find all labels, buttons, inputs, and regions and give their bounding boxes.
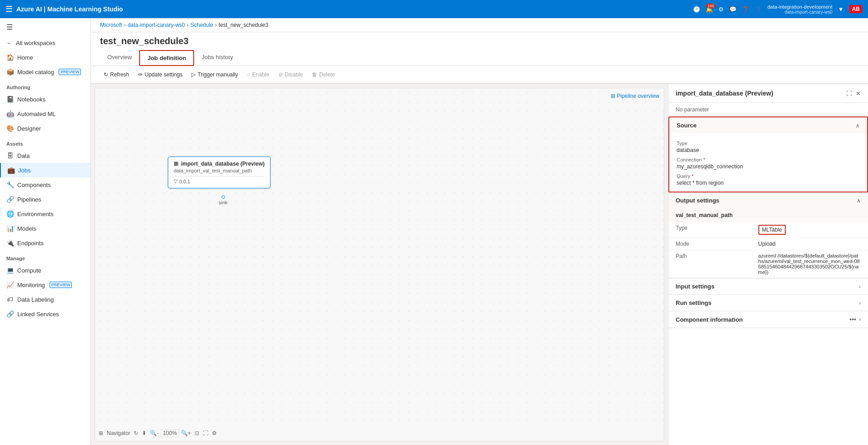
model-catalog-icon: 📦 [6, 68, 14, 76]
update-settings-button[interactable]: ✏ Update settings [135, 70, 186, 80]
sidebar-item-compute[interactable]: 💻 Compute [0, 263, 90, 278]
play-icon: ▷ [191, 71, 196, 78]
content-area: ⊞ Pipeline overview ⊞ import_data_databa… [91, 84, 868, 445]
toolbar: ↻ Refresh ✏ Update settings ▷ Trigger ma… [91, 66, 868, 84]
designer-icon: 🎨 [6, 125, 14, 132]
canvas-area[interactable]: ⊞ Pipeline overview ⊞ import_data_databa… [95, 88, 664, 441]
components-icon: 🔧 [6, 181, 14, 188]
node-subtitle: data_import_val_test_manual_path [174, 168, 265, 173]
delete-icon: 🗑 [312, 71, 317, 78]
disable-icon: ⊘ [278, 71, 283, 78]
zoom-control: 🔍- 100% 🔍+ [150, 429, 191, 437]
monitoring-icon: 📈 [6, 281, 14, 288]
sidebar-item-back[interactable]: ← All workspaces [0, 36, 90, 50]
sidebar-item-home[interactable]: 🏠 Home [0, 50, 90, 65]
monitoring-preview-badge: PREVIEW [50, 282, 72, 288]
sidebar-item-models[interactable]: 📊 Models [0, 221, 90, 236]
sidebar-item-components[interactable]: 🔧 Components [0, 177, 90, 192]
authoring-section-header: Authoring [0, 79, 90, 92]
close-icon[interactable]: ✕ [856, 90, 861, 97]
sink-label: sink [219, 200, 228, 205]
component-info-chevron: › [859, 316, 861, 323]
zoom-in-icon[interactable]: 🔍+ [181, 430, 191, 436]
compute-icon: 💻 [6, 267, 14, 274]
sidebar-item-environments[interactable]: 🌐 Environments [0, 207, 90, 221]
component-info-dots: ••• [849, 316, 856, 323]
input-settings-row[interactable]: Input settings › [668, 278, 868, 295]
run-settings-row[interactable]: Run settings › [668, 295, 868, 311]
trigger-manually-button[interactable]: ▷ Trigger manually [188, 70, 241, 80]
output-settings-title: Output settings [676, 197, 719, 204]
tab-job-definition[interactable]: Job definition [139, 50, 194, 66]
output-subsection-header: val_test_manual_path [668, 208, 868, 222]
breadcrumb-current: test_new_schedule3 [219, 22, 268, 28]
sidebar-item-endpoints[interactable]: 🔌 Endpoints [0, 236, 90, 250]
input-settings-title: Input settings [676, 283, 714, 290]
expand-icon[interactable]: ⛶ [846, 90, 852, 97]
refresh-button[interactable]: ↻ Refresh [100, 70, 133, 80]
pipelines-icon: 🔗 [6, 196, 14, 203]
sidebar-item-automated-ml[interactable]: 🤖 Automated ML [0, 106, 90, 121]
preview-badge: PREVIEW [59, 69, 81, 75]
sidebar-item-data[interactable]: 🗄 Data [0, 148, 90, 163]
models-icon: 📊 [6, 225, 14, 232]
source-content: Type database Connection my_azuresqldb_c… [669, 133, 867, 192]
source-section-header[interactable]: Source ∧ [669, 117, 867, 133]
sidebar-item-monitoring[interactable]: 📈 Monitoring PREVIEW [0, 278, 90, 292]
sidebar-hamburger[interactable]: ☰ [0, 18, 90, 36]
right-panel-body: No parameter Source ∧ Type database Conn… [668, 103, 868, 445]
hamburger-icon[interactable]: ☰ [5, 4, 13, 14]
canvas-refresh-icon[interactable]: ↻ [134, 430, 138, 436]
chat-icon[interactable]: 💬 [729, 6, 737, 13]
fit-icon[interactable]: ⊡ [195, 430, 199, 436]
linked-services-icon: 🔗 [6, 310, 14, 318]
breadcrumb-schedule[interactable]: Schedule [191, 22, 213, 28]
node-version: 0.0.1 [179, 179, 190, 184]
data-labeling-icon: 🏷 [6, 296, 14, 303]
clock-icon[interactable]: 🕐 [693, 6, 700, 13]
settings-icon-canvas[interactable]: ⚙ [212, 430, 217, 436]
pipeline-overview-button[interactable]: ⊞ Pipeline overview [611, 93, 659, 99]
breadcrumb-microsoft[interactable]: Microsoft [100, 22, 122, 28]
workspace-selector[interactable]: data-integration-development data-import… [768, 4, 833, 15]
page-tabs: Overview Job definition Jobs history [100, 50, 859, 66]
zoom-out-icon[interactable]: 🔍- [150, 430, 159, 436]
component-information-row[interactable]: Component information ••• › [668, 311, 868, 328]
sidebar-item-linked-services[interactable]: 🔗 Linked Services [0, 307, 90, 321]
tab-overview[interactable]: Overview [100, 50, 139, 66]
pipeline-node[interactable]: ⊞ import_data_database (Preview) data_im… [168, 157, 271, 188]
top-bar-left: ☰ Azure AI | Machine Learning Studio [5, 4, 123, 14]
sidebar-item-model-catalog[interactable]: 📦 Model catalog PREVIEW [0, 65, 90, 79]
tab-jobs-history[interactable]: Jobs history [194, 50, 240, 66]
notification-icon[interactable]: 🔔 100 [706, 6, 713, 13]
output-table: Type MLTable Mode Upload [668, 222, 868, 278]
help-icon[interactable]: ❓ [742, 6, 749, 13]
canvas-download-icon[interactable]: ⬇ [142, 430, 146, 436]
workspace-sub: data-import-canary-ws0 [785, 10, 833, 15]
sidebar-item-designer[interactable]: 🎨 Designer [0, 121, 90, 136]
user-icon[interactable]: 👤 [755, 6, 762, 13]
page-header-area: Microsoft › data-import-canary-ws0 › Sch… [91, 18, 868, 84]
fullscreen-icon[interactable]: ⛶ [203, 430, 208, 436]
home-icon: 🏠 [6, 54, 14, 61]
workspace-name: data-integration-development [768, 4, 833, 10]
delete-button[interactable]: 🗑 Delete [308, 70, 339, 80]
connection-label: Connection [677, 157, 860, 162]
sidebar-item-notebooks[interactable]: 📓 Notebooks [0, 92, 90, 106]
breadcrumb-workspace[interactable]: data-import-canary-ws0 [128, 22, 185, 28]
output-row-mode: Mode Upload [668, 238, 868, 250]
settings-icon[interactable]: ⚙ [718, 6, 724, 13]
dropdown-icon[interactable]: ▼ [838, 6, 844, 13]
data-icon: 🗄 [6, 152, 14, 159]
sink-connector [221, 195, 225, 199]
user-avatar[interactable]: AB [849, 5, 863, 13]
sidebar-item-jobs[interactable]: 💼 Jobs [0, 163, 90, 177]
zoom-value[interactable]: 100% [161, 429, 179, 437]
enable-button[interactable]: ○ Enable [243, 70, 273, 80]
disable-button[interactable]: ⊘ Disable [275, 70, 306, 80]
sidebar-item-pipelines[interactable]: 🔗 Pipelines [0, 192, 90, 207]
sidebar-item-data-labeling[interactable]: 🏷 Data Labeling [0, 292, 90, 307]
version-icon: ▽ [174, 178, 177, 184]
output-settings-header[interactable]: Output settings ∧ [668, 192, 868, 208]
jobs-icon: 💼 [7, 167, 15, 174]
